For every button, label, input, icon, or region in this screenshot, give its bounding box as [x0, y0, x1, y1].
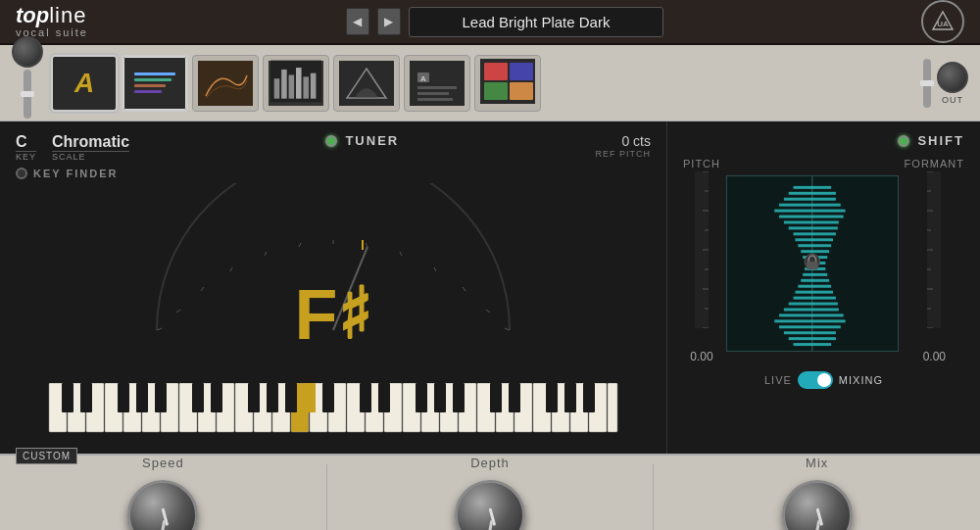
main-container: topline vocal suite ◀ ▶ Lead Bright Plat…: [0, 0, 980, 530]
tab-5[interactable]: [333, 55, 400, 112]
mix-indicator: [815, 508, 823, 526]
pitch-value: 0.00: [690, 350, 712, 363]
svg-rect-7: [303, 76, 309, 98]
pitch-col: PITCH: [683, 158, 720, 363]
scale-label-text: SCALE: [52, 151, 129, 162]
svg-rect-87: [546, 383, 558, 412]
pitch-ruler: [695, 171, 709, 328]
svg-line-27: [299, 243, 301, 247]
svg-rect-108: [789, 226, 838, 229]
tab-3[interactable]: [192, 55, 259, 112]
live-label: LIVE: [764, 374, 792, 386]
svg-rect-15: [417, 92, 449, 95]
svg-rect-18: [484, 63, 508, 80]
svg-text:UA: UA: [937, 20, 949, 28]
tab-lines[interactable]: [122, 55, 188, 112]
svg-rect-3: [274, 78, 280, 98]
svg-line-30: [400, 252, 402, 256]
svg-rect-117: [803, 273, 827, 276]
svg-rect-72: [155, 383, 167, 412]
formant-label: FORMANT: [905, 158, 964, 169]
tab-6-icon: A: [410, 61, 465, 106]
svg-rect-85: [490, 383, 502, 412]
tab-tuner[interactable]: A: [51, 55, 118, 112]
speed-knob[interactable]: [127, 480, 198, 530]
key-info: C KEY: [16, 133, 36, 162]
ref-pitch-area: 0 cts REF PITCH: [595, 133, 651, 159]
plugin-row: IN A: [0, 45, 980, 121]
tab-7[interactable]: [474, 55, 541, 112]
preset-name[interactable]: Lead Bright Plate Dark: [409, 7, 663, 37]
svg-rect-124: [779, 313, 844, 316]
formant-col: FORMANT: [905, 158, 964, 363]
svg-rect-5: [289, 74, 295, 98]
depth-knob[interactable]: [455, 480, 525, 530]
tab-lines-icon: [128, 67, 181, 99]
key-finder-row: KEY FINDER: [16, 168, 651, 179]
in-slider[interactable]: [24, 70, 31, 119]
svg-rect-79: [322, 383, 334, 412]
tab-4[interactable]: [263, 55, 329, 112]
out-knob[interactable]: [937, 62, 968, 93]
svg-rect-125: [774, 319, 845, 322]
header: topline vocal suite ◀ ▶ Lead Bright Plat…: [0, 0, 980, 45]
tuner-radio[interactable]: [325, 135, 337, 147]
spectrum-display: [726, 175, 899, 352]
in-knob[interactable]: [12, 36, 43, 68]
svg-rect-126: [779, 325, 841, 328]
tuner-display: F♯: [16, 183, 651, 379]
mix-knob[interactable]: [782, 480, 853, 530]
svg-rect-20: [484, 82, 508, 100]
shift-radio[interactable]: [898, 135, 909, 147]
svg-rect-104: [779, 204, 841, 207]
mix-group: Mix: [654, 456, 980, 530]
key-finder-radio[interactable]: [16, 168, 27, 179]
shift-display-area: PITCH: [683, 158, 964, 363]
next-preset-button[interactable]: ▶: [377, 8, 401, 35]
svg-rect-122: [789, 303, 838, 306]
svg-rect-1: [198, 61, 253, 106]
svg-text:A: A: [420, 74, 426, 83]
out-area: OUT: [923, 59, 968, 108]
svg-rect-86: [509, 383, 520, 412]
svg-rect-83: [434, 383, 446, 412]
key-scale-area: C KEY Chromatic SCALE: [16, 133, 129, 162]
key-value: C: [16, 133, 36, 151]
svg-rect-81: [378, 383, 390, 412]
svg-rect-16: [417, 98, 453, 101]
live-mixing-toggle[interactable]: [798, 371, 833, 389]
svg-rect-82: [416, 383, 427, 412]
svg-rect-102: [789, 192, 836, 195]
in-slider-thumb: [21, 91, 34, 97]
svg-rect-129: [794, 343, 832, 346]
out-label: OUT: [942, 95, 963, 105]
bottom-section: Speed Depth Mix: [0, 454, 980, 530]
ua-logo: UA: [921, 0, 964, 43]
svg-rect-131: [807, 262, 818, 269]
tab-4-icon: [269, 61, 323, 106]
depth-indicator: [489, 508, 497, 526]
shift-section: SHIFT PITCH: [666, 121, 980, 454]
key-label-text: KEY: [16, 151, 36, 162]
svg-rect-77: [285, 383, 297, 412]
pitch-label: PITCH: [683, 158, 720, 169]
shift-header: SHIFT: [683, 133, 964, 148]
mix-label: Mix: [806, 456, 828, 470]
formant-value: 0.00: [923, 350, 946, 363]
custom-button[interactable]: CUSTOM: [16, 448, 77, 464]
svg-rect-69: [80, 383, 92, 412]
depth-group: Depth: [327, 456, 654, 530]
svg-rect-75: [248, 383, 260, 412]
tuner-label: TUNER: [345, 133, 399, 148]
prev-preset-button[interactable]: ◀: [346, 8, 369, 35]
piano-svg[interactable]: [16, 383, 651, 442]
svg-line-33: [486, 310, 490, 313]
svg-rect-76: [267, 383, 278, 412]
tab-a-icon: A: [74, 68, 94, 99]
svg-rect-105: [774, 210, 845, 213]
logo-area: topline vocal suite: [16, 5, 88, 38]
out-slider[interactable]: [923, 59, 931, 108]
main-content: C KEY Chromatic SCALE TUNER 0 cts REF PI…: [0, 121, 980, 454]
svg-line-23: [176, 310, 180, 313]
tab-6[interactable]: A: [404, 55, 470, 112]
